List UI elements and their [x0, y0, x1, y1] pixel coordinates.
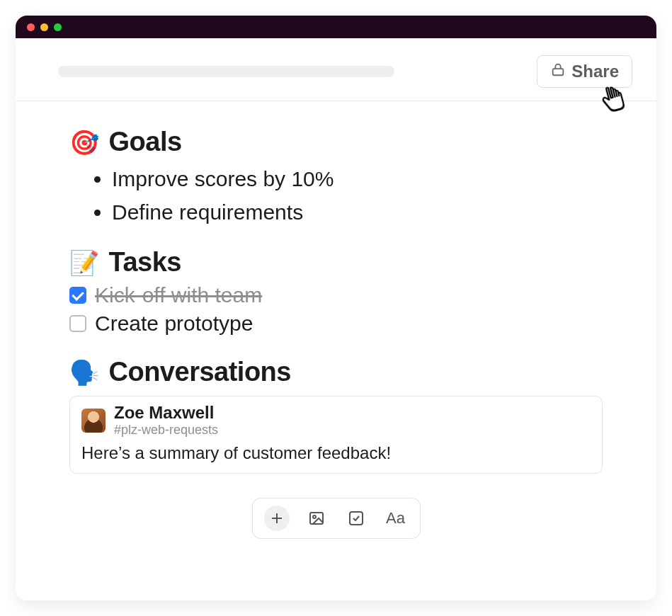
conversation-channel: #plz-web-requests	[114, 423, 218, 438]
goals-list: Improve scores by 10% Define requirement…	[69, 163, 603, 229]
task-row[interactable]: Create prototype	[69, 312, 603, 336]
svg-rect-0	[553, 69, 564, 75]
conversation-header: Zoe Maxwell #plz-web-requests	[81, 404, 591, 438]
text-format-label: Aa	[386, 509, 405, 527]
window-minimize-dot[interactable]	[40, 23, 48, 31]
conversations-heading: 🗣️ Conversations	[69, 357, 603, 387]
share-button[interactable]: Share	[537, 55, 632, 88]
memo-icon: 📝	[69, 251, 99, 275]
task-label: Kick-off with team	[95, 283, 262, 307]
avatar	[81, 409, 106, 433]
conversation-body: Here’s a summary of customer feedback!	[81, 443, 591, 463]
window-close-dot[interactable]	[27, 23, 35, 31]
format-toolbar: Aa	[252, 498, 421, 539]
target-icon: 🎯	[69, 130, 99, 154]
tasks-heading: 📝 Tasks	[69, 247, 603, 278]
titlebar	[16, 16, 656, 38]
task-label: Create prototype	[95, 312, 253, 336]
window-zoom-dot[interactable]	[54, 23, 62, 31]
tasks-list: Kick-off with team Create prototype	[69, 283, 603, 336]
list-item[interactable]: Define requirements	[112, 196, 603, 229]
task-checkbox[interactable]	[69, 315, 86, 332]
checklist-icon[interactable]	[343, 506, 369, 531]
conversations-title: Conversations	[109, 357, 291, 387]
svg-point-2	[313, 515, 316, 518]
svg-rect-3	[350, 512, 363, 525]
goals-title: Goals	[109, 127, 182, 157]
task-row[interactable]: Kick-off with team	[69, 283, 603, 307]
tasks-title: Tasks	[109, 247, 181, 278]
document-header: Share	[16, 38, 656, 101]
title-placeholder[interactable]	[58, 66, 394, 77]
document-body[interactable]: 🎯 Goals Improve scores by 10% Define req…	[16, 101, 656, 600]
lock-icon	[550, 62, 566, 81]
add-button[interactable]	[264, 506, 290, 531]
text-format-button[interactable]: Aa	[383, 506, 409, 531]
conversation-card[interactable]: Zoe Maxwell #plz-web-requests Here’s a s…	[69, 396, 603, 474]
share-label: Share	[571, 62, 619, 81]
conversation-author: Zoe Maxwell	[114, 404, 218, 422]
speaking-head-icon: 🗣️	[69, 360, 99, 384]
image-icon[interactable]	[304, 506, 329, 531]
task-checkbox-checked[interactable]	[69, 287, 86, 304]
svg-rect-1	[310, 513, 323, 524]
goals-heading: 🎯 Goals	[69, 127, 603, 157]
list-item[interactable]: Improve scores by 10%	[112, 163, 603, 196]
canvas-window: Share 🎯 Goals Improve scores by 10% Defi…	[16, 16, 656, 600]
